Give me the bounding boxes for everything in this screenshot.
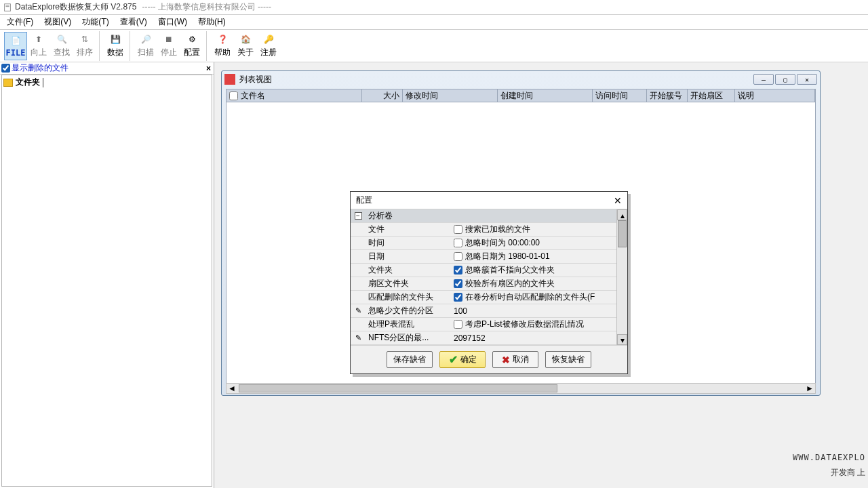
config-key: NFTS分区的最... — [366, 332, 451, 344]
tool-file[interactable]: 📄FILE — [4, 32, 27, 60]
scroll-down-icon[interactable]: ▾ — [617, 334, 627, 345]
select-all-checkbox[interactable] — [229, 92, 238, 100]
config-key: 匹配删除的文件头 — [366, 291, 451, 303]
home-icon: 🏠 — [239, 33, 252, 45]
tool-scan[interactable]: 🔎扫描 — [134, 32, 157, 60]
tool-about[interactable]: 🏠关于 — [234, 32, 257, 60]
dialog-buttons: 保存缺省 ✔确定 ✖取消 恢复缺省 — [351, 345, 627, 373]
tool-register[interactable]: 🔑注册 — [257, 32, 280, 60]
config-dialog: 配置 ✕ − 分析卷 文件搜索已加载的文件时间忽略时间为 00:00:00日期忽… — [350, 191, 628, 374]
config-row[interactable]: 文件夹忽略簇首不指向父文件夹 — [351, 264, 616, 277]
sort-icon: ⇅ — [79, 33, 91, 45]
toolbar: 📄FILE ⬆向上 🔍查找 ⇅排序 💾数据 🔎扫描 ⏹停止 ⚙配置 ❓帮助 🏠关… — [0, 30, 868, 62]
menu-inspect[interactable]: 查看(V) — [115, 15, 153, 29]
config-value[interactable]: 搜索已加载的文件 — [451, 224, 616, 235]
folder-tree[interactable]: 文件夹 — [1, 75, 212, 487]
config-checkbox[interactable] — [454, 252, 462, 261]
col-atime[interactable]: 访问时间 — [593, 89, 647, 102]
tree-root-item[interactable]: 文件夹 — [3, 77, 210, 88]
restore-default-button[interactable]: 恢复缺省 — [545, 351, 591, 368]
col-mtime[interactable]: 修改时间 — [403, 89, 498, 102]
config-checkbox[interactable] — [454, 320, 462, 329]
col-sector[interactable]: 开始扇区 — [688, 89, 735, 102]
config-key: 时间 — [366, 237, 451, 249]
col-desc[interactable]: 说明 — [735, 89, 815, 102]
menu-view[interactable]: 视图(V) — [39, 15, 77, 29]
tool-help[interactable]: ❓帮助 — [211, 32, 234, 60]
maximize-button[interactable]: ▢ — [775, 74, 795, 85]
config-value[interactable]: 校验所有扇区内的文件夹 — [451, 278, 616, 289]
config-checkbox[interactable] — [454, 279, 462, 288]
config-value[interactable]: 忽略日期为 1980-01-01 — [451, 251, 616, 262]
title-bar: DataExplore数据恢复大师 V2.875 ----- 上海数擎信息科技有… — [0, 0, 868, 15]
scroll-thumb[interactable] — [239, 384, 557, 392]
config-row[interactable]: ✎忽略少文件的分区100 — [351, 304, 616, 318]
tool-sort[interactable]: ⇅排序 — [73, 32, 96, 60]
config-row[interactable]: ✎NFTS分区的最...2097152 — [351, 331, 616, 345]
save-default-button[interactable]: 保存缺省 — [387, 351, 433, 368]
config-row[interactable]: 时间忽略时间为 00:00:00 — [351, 237, 616, 250]
cancel-button[interactable]: ✖取消 — [492, 351, 538, 368]
config-value[interactable]: 在卷分析时自动匹配删除的文件头(F — [451, 291, 616, 303]
col-filename[interactable]: 文件名 — [226, 89, 362, 102]
dialog-scroll-thumb[interactable] — [618, 220, 627, 247]
menu-window[interactable]: 窗口(W) — [153, 15, 193, 29]
pencil-icon: ✎ — [355, 306, 361, 315]
tool-stop[interactable]: ⏹停止 — [157, 32, 180, 60]
menu-file[interactable]: 文件(F) — [1, 15, 39, 29]
child-title: 列表视图 — [239, 74, 272, 85]
collapse-icon[interactable]: − — [355, 212, 362, 220]
config-checkbox[interactable] — [454, 293, 462, 302]
menu-help[interactable]: 帮助(H) — [193, 15, 231, 29]
config-row[interactable]: 文件搜索已加载的文件 — [351, 223, 616, 237]
tool-up[interactable]: ⬆向上 — [27, 32, 50, 60]
ok-button[interactable]: ✔确定 — [439, 351, 486, 368]
config-row[interactable]: 匹配删除的文件头在卷分析时自动匹配删除的文件头(F — [351, 291, 616, 304]
config-value[interactable]: 忽略时间为 00:00:00 — [451, 237, 616, 249]
config-checkbox[interactable] — [454, 225, 462, 234]
config-checkbox[interactable] — [454, 239, 462, 247]
scroll-right-icon[interactable]: ► — [804, 384, 815, 393]
minimize-button[interactable]: — — [753, 74, 774, 85]
svg-rect-2 — [5, 6, 9, 7]
menu-function[interactable]: 功能(T) — [77, 15, 114, 29]
dialog-titlebar[interactable]: 配置 ✕ — [351, 192, 627, 209]
config-value[interactable]: 忽略簇首不指向父文件夹 — [451, 264, 616, 276]
config-grid: − 分析卷 文件搜索已加载的文件时间忽略时间为 00:00:00日期忽略日期为 … — [351, 209, 616, 345]
dialog-close-icon[interactable]: ✕ — [614, 195, 622, 206]
up-icon: ⬆ — [33, 33, 45, 45]
config-group-row[interactable]: − 分析卷 — [351, 209, 616, 223]
config-checkbox[interactable] — [454, 266, 462, 274]
config-value[interactable]: 2097152 — [451, 333, 616, 343]
config-row[interactable]: 日期忽略日期为 1980-01-01 — [351, 250, 616, 264]
config-value[interactable]: 考虑P-List被修改后数据混乱情况 — [451, 319, 616, 330]
show-deleted-checkbox[interactable] — [1, 64, 10, 73]
scroll-left-icon[interactable]: ◄ — [226, 384, 237, 393]
tool-find[interactable]: 🔍查找 — [50, 32, 73, 60]
col-size[interactable]: 大小 — [362, 89, 403, 102]
config-value[interactable]: 100 — [451, 306, 616, 316]
sidebar: 显示删除的文件 × 文件夹 — [0, 62, 214, 488]
dialog-scrollbar[interactable]: ▴ ▾ — [616, 209, 627, 345]
config-row[interactable]: 扇区文件夹校验所有扇区内的文件夹 — [351, 277, 616, 291]
col-ctime[interactable]: 创建时间 — [498, 89, 593, 102]
tree-root-label: 文件夹 — [16, 77, 40, 88]
scroll-up-icon[interactable]: ▴ — [617, 209, 627, 220]
child-titlebar[interactable]: 列表视图 — ▢ ✕ — [222, 71, 820, 87]
svg-rect-1 — [5, 5, 9, 5]
sidebar-close[interactable]: × — [206, 64, 211, 73]
search-icon: 🔍 — [56, 33, 68, 45]
app-subtitle: ----- 上海数擎信息科技有限公司 ----- — [142, 1, 271, 13]
col-cluster[interactable]: 开始簇号 — [647, 89, 688, 102]
config-key: 日期 — [366, 251, 451, 262]
app-icon — [3, 3, 12, 12]
x-icon: ✖ — [502, 354, 510, 365]
tool-config[interactable]: ⚙配置 — [180, 32, 203, 60]
tool-data[interactable]: 💾数据 — [104, 32, 127, 60]
svg-rect-0 — [5, 3, 11, 11]
close-button[interactable]: ✕ — [797, 74, 817, 85]
data-icon: 💾 — [109, 33, 121, 45]
config-row[interactable]: 处理P表混乱考虑P-List被修改后数据混乱情况 — [351, 318, 616, 331]
horizontal-scrollbar[interactable]: ◄ ► — [226, 383, 816, 394]
gear-icon: ⚙ — [186, 33, 198, 45]
